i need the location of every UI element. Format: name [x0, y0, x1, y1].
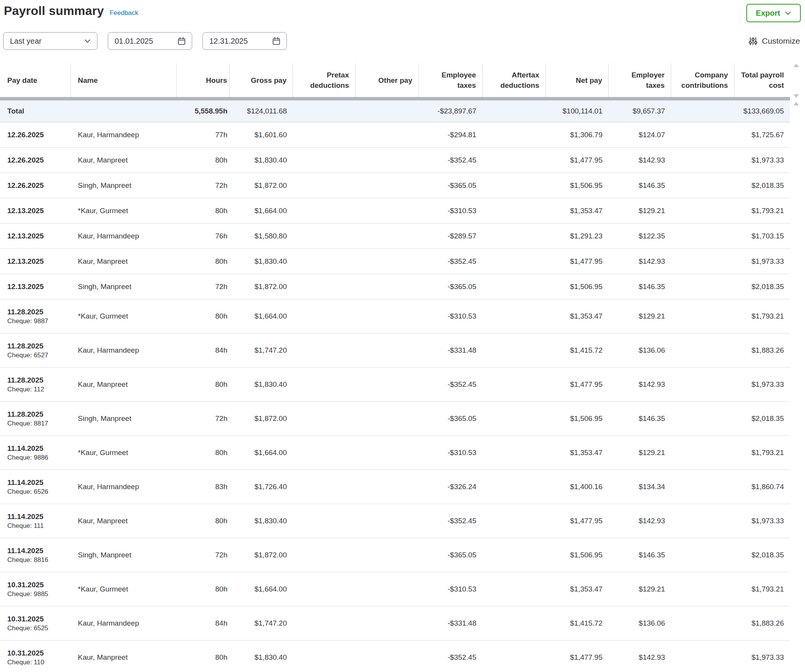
- cheque-number: Cheque: 9887: [7, 317, 71, 325]
- pay-date-value: 10.31.2025: [7, 581, 71, 589]
- column-header-other_pay: Other pay: [356, 63, 419, 97]
- cell-pay_date: 12.13.2025: [0, 257, 71, 266]
- date-range-select[interactable]: Last year: [3, 32, 97, 50]
- cell-pay_date: 10.31.2025Cheque: 9885: [0, 581, 71, 598]
- column-header-gross_pay: Gross pay: [230, 63, 293, 97]
- pay-date-value: 11.28.2025: [7, 376, 71, 384]
- scroll-down-arrow[interactable]: [793, 94, 799, 98]
- payroll-table: Pay dateNameHoursGross payPretax deducti…: [0, 63, 790, 672]
- table-row: 10.31.2025Cheque: 9885*Kaur, Gurmeet80h$…: [0, 572, 790, 606]
- cell-name: Kaur, Manpreet: [71, 257, 177, 266]
- scroll-up-arrow[interactable]: [793, 102, 799, 105]
- column-header-label: Gross pay: [251, 75, 286, 85]
- cell-employer_taxes: $124.07: [609, 131, 671, 139]
- cell-pay_date: 11.14.2025Cheque: 9886: [0, 444, 71, 462]
- cell-total_payroll_cost: $1,973.33: [734, 653, 790, 662]
- page-title: Payroll summary: [4, 4, 104, 18]
- cell-employee_taxes: -$352.45: [419, 380, 482, 389]
- column-header-label: Hours: [206, 75, 227, 85]
- column-header-label: Employee taxes: [438, 70, 476, 90]
- feedback-link[interactable]: Feedback: [110, 9, 138, 17]
- column-header-label: Total payroll cost: [737, 70, 784, 90]
- total-cell-employee_taxes: -$23,897.67: [419, 107, 482, 115]
- cell-employer_taxes: $129.21: [609, 207, 671, 215]
- end-date-input[interactable]: 12.31.2025: [202, 32, 287, 50]
- cell-employer_taxes: $136.06: [609, 346, 671, 355]
- column-header-label: Other pay: [378, 75, 412, 85]
- cell-name: Kaur, Manpreet: [71, 380, 177, 389]
- chevron-down-icon: [83, 37, 92, 45]
- cheque-number: Cheque: 8817: [7, 420, 71, 427]
- cell-net_pay: $1,506.95: [546, 414, 609, 423]
- cell-hours: 80h: [177, 257, 230, 266]
- total-cell-net_pay: $100,114.01: [546, 107, 609, 115]
- cell-net_pay: $1,306.79: [546, 131, 609, 139]
- cell-employee_taxes: -$294.81: [419, 131, 482, 139]
- cell-net_pay: $1,506.95: [546, 181, 609, 190]
- cell-net_pay: $1,506.95: [546, 283, 609, 291]
- pay-date-value: 11.28.2025: [7, 342, 71, 350]
- cell-gross_pay: $1,664.00: [230, 207, 293, 215]
- column-header-label: Company contributions: [677, 70, 728, 90]
- cell-hours: 80h: [177, 517, 230, 525]
- column-header-aftertax_deductions: Aftertax deductions: [482, 63, 546, 97]
- cell-name: Kaur, Harmandeep: [71, 232, 177, 240]
- scroll-up-arrow[interactable]: [793, 64, 799, 67]
- cell-employee_taxes: -$326.24: [419, 483, 482, 491]
- horizontal-scrollbar[interactable]: [0, 97, 790, 100]
- cheque-number: Cheque: 9885: [7, 590, 71, 598]
- horizontal-scrollbar-thumb[interactable]: [0, 97, 790, 100]
- cell-employer_taxes: $142.93: [609, 257, 671, 266]
- cell-employee_taxes: -$352.45: [419, 156, 482, 164]
- cheque-number: Cheque: 111: [7, 522, 71, 530]
- cell-net_pay: $1,415.72: [546, 346, 609, 355]
- total-cell-gross_pay: $124,011.68: [230, 107, 293, 115]
- cell-employee_taxes: -$365.05: [419, 551, 482, 559]
- cell-employee_taxes: -$352.45: [419, 653, 482, 662]
- cell-net_pay: $1,477.95: [546, 653, 609, 662]
- end-date-value: 12.31.2025: [209, 37, 248, 46]
- total-cell-total_payroll_cost: $133,669.05: [734, 107, 790, 115]
- column-header-employer_taxes: Employer taxes: [609, 63, 671, 97]
- calendar-icon: [177, 36, 186, 46]
- cell-name: *Kaur, Gurmeet: [71, 312, 177, 320]
- pay-date-value: 11.14.2025: [7, 444, 71, 453]
- table-row: 12.13.2025Singh, Manpreet72h$1,872.00-$3…: [0, 274, 790, 299]
- cell-gross_pay: $1,830.40: [230, 156, 293, 164]
- cell-pay_date: 11.14.2025Cheque: 8816: [0, 547, 71, 564]
- table-row: 11.28.2025Cheque: 6527Kaur, Harmandeep84…: [0, 334, 790, 368]
- cell-net_pay: $1,353.47: [546, 449, 609, 457]
- cell-hours: 84h: [177, 619, 230, 628]
- start-date-input[interactable]: 01.01.2025: [108, 32, 192, 50]
- cheque-number: Cheque: 110: [7, 659, 71, 666]
- cell-pay_date: 11.14.2025Cheque: 111: [0, 513, 71, 530]
- cell-employee_taxes: -$289.57: [419, 232, 482, 240]
- cell-net_pay: $1,400.16: [546, 483, 609, 491]
- cell-gross_pay: $1,747.20: [230, 346, 293, 355]
- pay-date-value: 12.13.2025: [7, 232, 71, 240]
- cell-hours: 80h: [177, 449, 230, 457]
- column-header-hours: Hours: [177, 63, 230, 97]
- cell-net_pay: $1,477.95: [546, 257, 609, 266]
- cell-hours: 76h: [177, 232, 230, 240]
- cell-gross_pay: $1,872.00: [230, 551, 293, 559]
- cell-total_payroll_cost: $1,860.74: [734, 483, 790, 491]
- cell-total_payroll_cost: $1,973.33: [734, 156, 790, 164]
- cell-name: Kaur, Harmandeep: [71, 346, 177, 355]
- cell-gross_pay: $1,601.60: [230, 131, 293, 139]
- export-button[interactable]: Export: [746, 4, 801, 22]
- customize-button[interactable]: Customize: [748, 36, 800, 46]
- column-header-label: Pay date: [7, 75, 37, 85]
- cell-name: Kaur, Harmandeep: [71, 131, 177, 139]
- cell-employee_taxes: -$365.05: [419, 181, 482, 190]
- cell-employer_taxes: $142.93: [609, 653, 671, 662]
- cell-total_payroll_cost: $1,793.21: [734, 207, 790, 215]
- cell-hours: 80h: [177, 207, 230, 215]
- date-range-value: Last year: [10, 37, 41, 46]
- cell-hours: 83h: [177, 483, 230, 491]
- cell-net_pay: $1,415.72: [546, 619, 609, 628]
- cell-hours: 72h: [177, 551, 230, 559]
- cell-net_pay: $1,353.47: [546, 207, 609, 215]
- cheque-number: Cheque: 8816: [7, 556, 71, 564]
- pay-date-value: 12.13.2025: [7, 257, 71, 266]
